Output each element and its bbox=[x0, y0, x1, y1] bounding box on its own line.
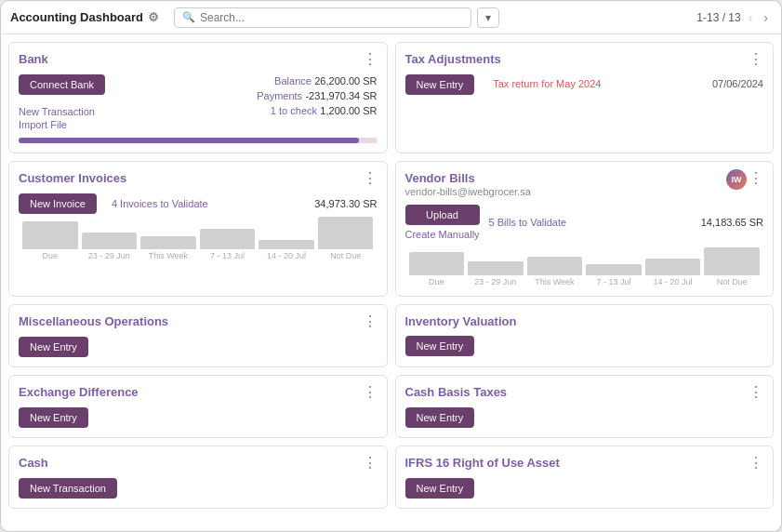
bank-stats: Balance 26,200.00 SR Payments -231,970.3… bbox=[257, 74, 377, 117]
title-text: Accounting Dashboard bbox=[10, 10, 143, 24]
vendor-amount: 14,183.65 SR bbox=[701, 217, 763, 228]
invoices-body: New Invoice 4 Invoices to Validate 34,97… bbox=[19, 193, 378, 214]
tax-card-header: Tax Adjustments ⋮ bbox=[405, 52, 764, 67]
vbar-thisweek-label: This Week bbox=[535, 277, 574, 286]
cash-menu-icon[interactable]: ⋮ bbox=[363, 456, 378, 471]
page-count: 1-13 / 13 bbox=[696, 11, 740, 24]
bar-jul1-fill bbox=[200, 229, 256, 249]
bar-jun-fill bbox=[82, 233, 138, 249]
vbar-jun-label: 23 - 29 Jun bbox=[474, 277, 516, 286]
vbar-jun: 23 - 29 Jun bbox=[468, 261, 524, 286]
create-manually-link[interactable]: Create Manually bbox=[405, 229, 480, 240]
bar-jul2-fill bbox=[258, 240, 314, 249]
vendor-body: Upload Create Manually 5 Bills to Valida… bbox=[405, 205, 764, 240]
bar-jul1-label: 7 - 13 Jul bbox=[210, 251, 245, 260]
misc-operations-card: Miscellaneous Operations ⋮ New Entry bbox=[8, 304, 388, 367]
vbar-notdue-fill bbox=[704, 247, 760, 275]
misc-title: Miscellaneous Operations bbox=[19, 314, 168, 328]
cash-basis-new-entry-button[interactable]: New Entry bbox=[405, 407, 475, 428]
balance-value: 26,200.00 SR bbox=[314, 75, 377, 86]
inventory-new-entry-button[interactable]: New Entry bbox=[405, 336, 475, 356]
vendor-left: Upload Create Manually bbox=[405, 205, 480, 240]
misc-card-header: Miscellaneous Operations ⋮ bbox=[19, 314, 378, 329]
invoices-chart: Due 23 - 29 Jun This Week 7 - 13 Jul bbox=[19, 223, 378, 260]
prev-page-button[interactable]: ‹ bbox=[745, 8, 757, 27]
bank-menu-icon[interactable]: ⋮ bbox=[363, 52, 378, 67]
bar-jun: 23 - 29 Jun bbox=[82, 233, 138, 260]
search-icon: 🔍 bbox=[182, 11, 195, 23]
bar-jul1: 7 - 13 Jul bbox=[200, 229, 256, 260]
upload-button[interactable]: Upload bbox=[405, 205, 480, 225]
bar-thisweek-label: This Week bbox=[149, 251, 188, 260]
cash-card-header: Cash ⋮ bbox=[19, 456, 378, 471]
vendor-validate-link[interactable]: 5 Bills to Validate bbox=[489, 217, 567, 228]
to-check-label[interactable]: 1 to check bbox=[271, 105, 317, 116]
gear-icon[interactable]: ⚙ bbox=[148, 10, 159, 24]
bank-card-header: Bank ⋮ bbox=[19, 52, 378, 67]
bank-card: Bank ⋮ Connect Bank New Transaction Impo… bbox=[8, 42, 388, 153]
ifrs-menu-icon[interactable]: ⋮ bbox=[749, 456, 763, 471]
bank-title: Bank bbox=[19, 52, 48, 66]
bar-notdue: Not Due bbox=[318, 217, 374, 260]
search-dropdown[interactable]: ▾ bbox=[477, 7, 499, 28]
tax-adjustments-card: Tax Adjustments ⋮ New Entry Tax return f… bbox=[395, 42, 775, 153]
ifrs-card: IFRS 16 Right of Use Asset ⋮ New Entry bbox=[395, 446, 775, 509]
invoices-amount: 34,973.30 SR bbox=[314, 198, 377, 209]
invoices-validate-link[interactable]: 4 Invoices to Validate bbox=[112, 198, 208, 209]
tax-alert-date: 07/06/2024 bbox=[712, 78, 763, 89]
vbar-notdue: Not Due bbox=[704, 247, 760, 286]
vendor-card-header: Vendor Bills vendor-bills@iwebgrocer.sa … bbox=[405, 171, 764, 197]
customer-invoices-card: Customer Invoices ⋮ New Invoice 4 Invoic… bbox=[8, 161, 388, 297]
bar-due-fill bbox=[22, 221, 78, 249]
vendor-chart: Due 23 - 29 Jun This Week 7 - 13 Jul bbox=[405, 249, 764, 286]
exchange-menu-icon[interactable]: ⋮ bbox=[363, 385, 378, 400]
exchange-difference-card: Exchange Difference ⋮ New Entry bbox=[8, 375, 388, 438]
vendor-menu-icon[interactable]: ⋮ bbox=[749, 171, 763, 186]
page-title: Accounting Dashboard ⚙ bbox=[10, 10, 159, 24]
ifrs-card-header: IFRS 16 Right of Use Asset ⋮ bbox=[405, 456, 764, 471]
next-page-button[interactable]: › bbox=[760, 8, 772, 27]
vbar-jul1-fill bbox=[586, 264, 642, 275]
bar-due: Due bbox=[22, 221, 78, 260]
cash-title: Cash bbox=[19, 456, 48, 470]
balance-label[interactable]: Balance bbox=[274, 75, 311, 86]
cash-basis-title: Cash Basis Taxes bbox=[405, 385, 508, 399]
bank-body: Connect Bank New Transaction Import File… bbox=[19, 74, 378, 130]
vendor-bills-card: Vendor Bills vendor-bills@iwebgrocer.sa … bbox=[395, 161, 775, 297]
search-input[interactable] bbox=[200, 11, 463, 24]
ifrs-title: IFRS 16 Right of Use Asset bbox=[405, 456, 560, 470]
invoices-title: Customer Invoices bbox=[19, 171, 126, 185]
cash-new-transaction-button[interactable]: New Transaction bbox=[19, 478, 117, 499]
cash-basis-menu-icon[interactable]: ⋮ bbox=[749, 385, 763, 400]
bar-notdue-label: Not Due bbox=[330, 251, 361, 260]
misc-new-entry-button[interactable]: New Entry bbox=[19, 337, 88, 357]
ifrs-new-entry-button[interactable]: New Entry bbox=[405, 478, 475, 499]
vbar-jun-fill bbox=[468, 261, 524, 275]
bar-due-label: Due bbox=[43, 251, 59, 260]
misc-menu-icon[interactable]: ⋮ bbox=[363, 314, 378, 329]
vbar-due-label: Due bbox=[429, 277, 444, 286]
tax-alert-row: Tax return for May 2024 07/06/2024 bbox=[493, 78, 763, 89]
payments-label[interactable]: Payments bbox=[257, 90, 302, 101]
vbar-jul1-label: 7 - 13 Jul bbox=[597, 277, 631, 286]
invoices-menu-icon[interactable]: ⋮ bbox=[363, 171, 378, 186]
dashboard-grid: Bank ⋮ Connect Bank New Transaction Impo… bbox=[8, 42, 774, 509]
tax-new-entry-button[interactable]: New Entry bbox=[405, 74, 475, 95]
inventory-card-header: Inventory Valuation bbox=[405, 314, 764, 328]
payments-value: -231,970.34 SR bbox=[305, 90, 377, 101]
bar-jun-label: 23 - 29 Jun bbox=[88, 251, 130, 260]
bank-actions: New Transaction Import File bbox=[19, 106, 105, 130]
connect-bank-button[interactable]: Connect Bank bbox=[19, 74, 105, 95]
bank-progress-bar bbox=[19, 138, 378, 143]
tax-alert-text: Tax return for May 2024 bbox=[493, 78, 601, 89]
exchange-new-entry-button[interactable]: New Entry bbox=[19, 407, 88, 428]
vbar-jul2-fill bbox=[645, 259, 701, 275]
bar-notdue-fill bbox=[318, 217, 374, 249]
cash-card: Cash ⋮ New Transaction bbox=[8, 446, 388, 509]
new-transaction-link[interactable]: New Transaction bbox=[19, 106, 105, 117]
new-invoice-button[interactable]: New Invoice bbox=[19, 193, 97, 214]
vbar-jul1: 7 - 13 Jul bbox=[586, 264, 642, 286]
tax-menu-icon[interactable]: ⋮ bbox=[749, 52, 763, 67]
vbar-jul2-label: 14 - 20 Jul bbox=[654, 277, 693, 286]
import-file-link[interactable]: Import File bbox=[19, 119, 105, 130]
